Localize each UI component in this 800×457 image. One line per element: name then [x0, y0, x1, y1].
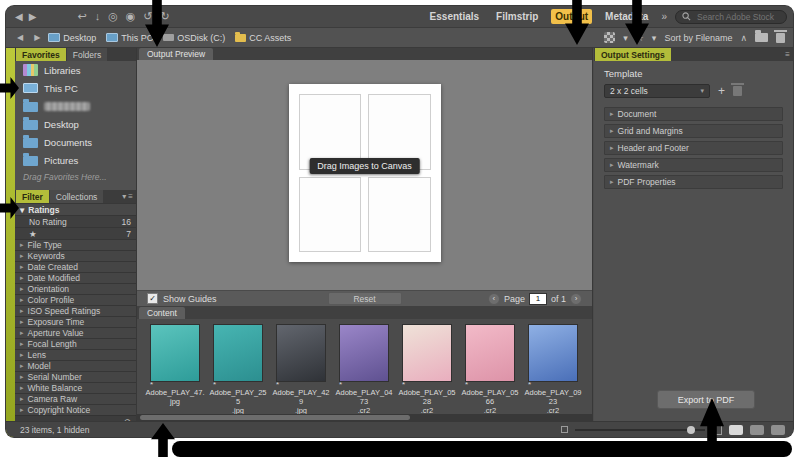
caret-down-icon[interactable]: ▾: [652, 33, 657, 43]
export-to-pdf-button[interactable]: Export to PDF: [657, 390, 755, 409]
back-button[interactable]: ◀: [15, 12, 23, 22]
workspace-tab-filmstrip[interactable]: Filmstrip: [492, 9, 542, 24]
thumbnail-size-slider[interactable]: [575, 429, 705, 431]
tab-folders[interactable]: Folders: [67, 48, 107, 61]
breadcrumb-desktop[interactable]: Desktop: [48, 33, 96, 43]
thumbnail-image[interactable]: [214, 325, 262, 381]
filter-section-focal-length[interactable]: ▸Focal Length: [15, 339, 136, 349]
workspace-tab-metadata[interactable]: Metadata: [601, 9, 652, 24]
filter-section-camera-raw[interactable]: ▸Camera Raw: [15, 394, 136, 404]
search-input[interactable]: [695, 11, 780, 23]
favorites-item-this-pc[interactable]: This PC: [15, 79, 136, 97]
thumbnail-item[interactable]: * Adobe_PLAY_0923.cr2: [523, 325, 583, 415]
next-page-button[interactable]: ›: [570, 293, 582, 305]
template-dropdown[interactable]: 2 x 2 cells ▾: [604, 84, 710, 98]
thumbnail-quality-icon[interactable]: [604, 32, 615, 43]
filter-section-date-modified[interactable]: ▸Date Modified: [15, 273, 136, 283]
checkbox-checked-icon[interactable]: ✓: [147, 293, 158, 304]
filter-row-one-star[interactable]: ★ 7: [15, 227, 136, 239]
forward-button[interactable]: ▶: [29, 12, 37, 22]
favorites-item-documents[interactable]: Documents: [15, 133, 136, 151]
nav-back-icon[interactable]: ◀: [17, 34, 23, 42]
camera-raw-icon[interactable]: ◉: [126, 11, 136, 22]
workspace-tab-essentials[interactable]: Essentials: [426, 9, 483, 24]
thumbnail-item[interactable]: * Adobe_PLAY_429.jpg: [271, 325, 331, 415]
breadcrumb-cc-assets[interactable]: CC Assets: [235, 33, 291, 43]
filter-section-ratings[interactable]: ▾ Ratings: [15, 203, 136, 215]
filter-row-no-rating[interactable]: No Rating 16: [15, 215, 136, 227]
nav-forward-icon[interactable]: ▶: [34, 34, 40, 42]
filter-section-model[interactable]: ▸Model: [15, 361, 136, 371]
filter-section-lens[interactable]: ▸Lens: [15, 350, 136, 360]
slider-thumb[interactable]: [687, 426, 695, 434]
output-preview-canvas[interactable]: Drag Images to Canvas: [137, 60, 592, 290]
scrollbar-thumb[interactable]: [140, 415, 410, 420]
tab-output-settings[interactable]: Output Settings: [595, 48, 671, 61]
favorites-item-user-redacted[interactable]: [15, 97, 136, 115]
thumbnail-image[interactable]: [151, 325, 199, 381]
import-from-camera-icon[interactable]: ↓: [95, 11, 101, 22]
tab-filter[interactable]: Filter: [16, 190, 49, 203]
thumbnail-item[interactable]: * Adobe_PLAY_47.jpg: [145, 325, 205, 406]
workspace-overflow-icon[interactable]: »: [661, 11, 667, 22]
reset-button[interactable]: Reset: [328, 292, 402, 305]
tab-content[interactable]: Content: [139, 307, 185, 319]
panel-menu-icon[interactable]: ≡: [785, 48, 793, 61]
thumbnail-item[interactable]: * Adobe_PLAY_0566.cr2: [460, 325, 520, 415]
horizontal-scrollbar[interactable]: [137, 414, 592, 421]
panel-menu-icon[interactable]: ▾ ≡: [122, 190, 136, 203]
trash-icon[interactable]: [776, 33, 785, 43]
section-document[interactable]: ▸Document: [604, 107, 783, 121]
rotate-right-icon[interactable]: ↻: [161, 11, 170, 22]
view-details-button[interactable]: [750, 425, 764, 435]
delete-template-icon[interactable]: [733, 86, 742, 96]
filter-section-file-type[interactable]: ▸File Type: [15, 240, 136, 250]
thumbnail-smaller-icon[interactable]: [561, 426, 568, 433]
filter-section-iso[interactable]: ▸ISO Speed Ratings: [15, 306, 136, 316]
view-grid-button[interactable]: [729, 425, 743, 435]
add-template-icon[interactable]: +: [718, 85, 725, 97]
view-list-button[interactable]: [771, 425, 785, 435]
caret-down-icon[interactable]: ▾: [623, 33, 628, 43]
thumbnail-item[interactable]: * Adobe_PLAY_0528.cr2: [397, 325, 457, 415]
filter-section-serial-number[interactable]: ▸Serial Number: [15, 372, 136, 382]
boomerang-icon[interactable]: ↩: [77, 11, 86, 22]
breadcrumb-this-pc[interactable]: This PC: [106, 33, 153, 43]
filter-section-exposure-time[interactable]: ▸Exposure Time: [15, 317, 136, 327]
filter-section-date-created[interactable]: ▸Date Created: [15, 262, 136, 272]
tab-output-preview[interactable]: Output Preview: [139, 48, 213, 60]
filter-section-color-profile[interactable]: ▸Color Profile: [15, 295, 136, 305]
thumbnail-image[interactable]: [403, 325, 451, 381]
refine-icon[interactable]: ◎: [108, 11, 118, 22]
thumbnail-image[interactable]: [277, 325, 325, 381]
favorites-item-pictures[interactable]: Pictures: [15, 151, 136, 169]
section-header-and-footer[interactable]: ▸Header and Footer: [604, 141, 783, 155]
filter-section-copyright-notice[interactable]: ▸Copyright Notice: [15, 405, 136, 415]
new-folder-icon[interactable]: [755, 33, 768, 42]
page-number-input[interactable]: [529, 293, 547, 305]
sort-by-label[interactable]: Sort by Filename: [664, 33, 732, 43]
filter-section-white-balance[interactable]: ▸White Balance: [15, 383, 136, 393]
filter-section-orientation[interactable]: ▸Orientation: [15, 284, 136, 294]
filter-section-keywords[interactable]: ▸Keywords: [15, 251, 136, 261]
previous-page-button[interactable]: ‹: [488, 293, 500, 305]
favorites-item-libraries[interactable]: Libraries: [15, 61, 136, 79]
thumbnail-image[interactable]: [340, 325, 388, 381]
breadcrumb-osdisk[interactable]: OSDisk (C:): [163, 33, 225, 43]
thumbnail-image[interactable]: [466, 325, 514, 381]
section-pdf-properties[interactable]: ▸PDF Properties: [604, 175, 783, 189]
workspace-tab-output[interactable]: Output: [551, 9, 592, 24]
rotate-left-icon[interactable]: ↺: [143, 11, 152, 22]
section-grid-and-margins[interactable]: ▸Grid and Margins: [604, 124, 783, 138]
search-box[interactable]: [675, 10, 787, 24]
thumbnail-image[interactable]: [529, 325, 577, 381]
thumbnail-item[interactable]: * Adobe_PLAY_255.jpg: [208, 325, 268, 415]
show-guides-control[interactable]: ✓ Show Guides: [147, 293, 217, 304]
thumbnail-item[interactable]: * Adobe_PLAY_0473.cr2: [334, 325, 394, 415]
section-watermark[interactable]: ▸Watermark: [604, 158, 783, 172]
filter-section-aperture-value[interactable]: ▸Aperture Value: [15, 328, 136, 338]
sort-ascending-icon[interactable]: ∧: [740, 33, 747, 43]
tab-collections[interactable]: Collections: [50, 190, 104, 203]
tab-favorites[interactable]: Favorites: [16, 48, 66, 61]
favorites-item-desktop[interactable]: Desktop: [15, 115, 136, 133]
